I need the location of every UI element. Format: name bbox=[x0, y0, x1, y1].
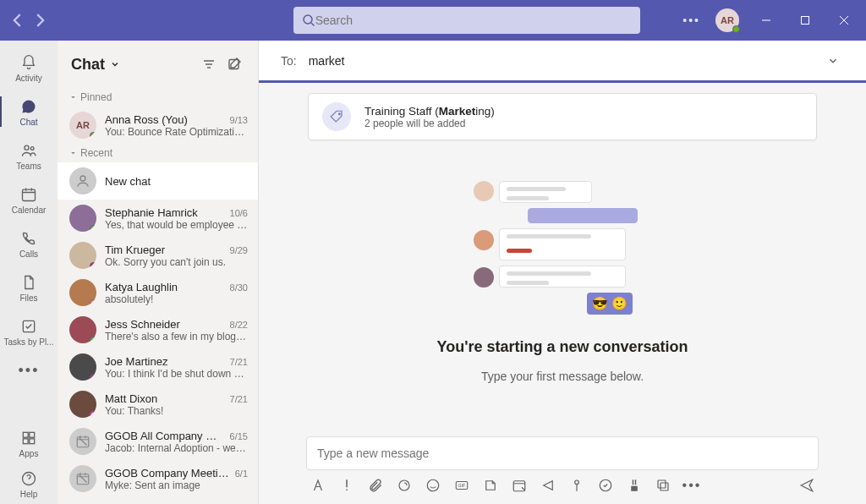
title-bar: ••• AR bbox=[0, 0, 866, 41]
suggestion-title: Training Staff (Marketing) bbox=[364, 105, 495, 118]
svg-rect-25 bbox=[660, 483, 668, 490]
window-close-button[interactable] bbox=[832, 8, 856, 32]
chevron-down-icon bbox=[110, 59, 120, 69]
expand-recipients-button[interactable] bbox=[822, 50, 844, 72]
loop-button[interactable] bbox=[396, 477, 413, 494]
chat-row[interactable]: Jess Schneider 8/22 There's also a few i… bbox=[58, 311, 258, 348]
chat-row-name: Anna Ross (You) bbox=[105, 113, 188, 126]
chat-row-preview: You: Thanks! bbox=[105, 405, 248, 417]
rail-chat[interactable]: Chat bbox=[0, 90, 58, 134]
suggestion-card[interactable]: Training Staff (Marketing) 2 people will… bbox=[308, 93, 817, 140]
chat-row[interactable]: Tim Krueger 9/29 Ok. Sorry you can't joi… bbox=[58, 237, 258, 274]
svg-rect-9 bbox=[30, 438, 35, 443]
chat-row[interactable]: Stephanie Hamrick 10/6 Yes, that would b… bbox=[58, 200, 258, 237]
chat-row-name: Jess Schneider bbox=[105, 318, 180, 331]
window-minimize-button[interactable] bbox=[754, 8, 778, 32]
gif-button[interactable]: GIF bbox=[453, 477, 470, 494]
phone-icon bbox=[19, 229, 38, 248]
compose-toolbar: GIF ••• bbox=[306, 470, 819, 494]
meeting-icon bbox=[69, 428, 96, 455]
chat-row-timestamp: 9/13 bbox=[230, 115, 248, 125]
stream-button[interactable] bbox=[540, 477, 556, 494]
send-button[interactable] bbox=[798, 477, 815, 494]
chat-row-timestamp: 9/29 bbox=[230, 245, 248, 255]
calendar-icon bbox=[19, 185, 38, 204]
recipient-input[interactable] bbox=[309, 54, 810, 68]
viva-button[interactable] bbox=[597, 477, 614, 494]
chat-row-new-chat[interactable]: New chat bbox=[58, 162, 258, 200]
rail-label: Chat bbox=[19, 118, 37, 127]
svg-rect-22 bbox=[513, 481, 525, 491]
format-button[interactable] bbox=[310, 477, 326, 494]
recipient-bar: To: bbox=[259, 41, 866, 83]
search-input[interactable] bbox=[315, 14, 632, 27]
new-chat-button[interactable] bbox=[224, 54, 244, 74]
chat-row[interactable]: GGOB Company Meeting 6/1 Myke: Sent an i… bbox=[58, 460, 258, 497]
attach-button[interactable] bbox=[367, 477, 384, 494]
chat-row-preview: You: Bounce Rate Optimization_Tr... bbox=[105, 126, 248, 138]
emoji-button[interactable] bbox=[425, 477, 441, 494]
rail-help[interactable]: Help bbox=[0, 463, 58, 504]
compose-input[interactable] bbox=[317, 446, 808, 460]
rail-label: Help bbox=[20, 490, 38, 499]
presence-icon bbox=[90, 299, 96, 306]
section-label: Recent bbox=[80, 147, 112, 159]
priority-button[interactable] bbox=[338, 477, 355, 494]
avatar bbox=[69, 205, 96, 232]
rail-files[interactable]: Files bbox=[0, 266, 58, 310]
more-options-button[interactable]: ••• bbox=[682, 14, 700, 27]
praise-button[interactable] bbox=[626, 477, 643, 494]
recent-section-toggle[interactable]: Recent bbox=[58, 144, 258, 162]
rail-calls[interactable]: Calls bbox=[0, 222, 58, 266]
rail-activity[interactable]: Activity bbox=[0, 46, 58, 90]
chat-row[interactable]: Matt Dixon 7/21 You: Thanks! bbox=[58, 386, 258, 423]
search-box[interactable] bbox=[293, 7, 640, 34]
chat-row[interactable]: AR Anna Ross (You) 9/13 You: Bounce Rate… bbox=[58, 107, 258, 144]
chat-row-timestamp: 6/15 bbox=[230, 431, 248, 441]
chat-row-preview: absolutely! bbox=[105, 293, 248, 305]
chat-list-title[interactable]: Chat bbox=[71, 56, 120, 74]
compose-box[interactable] bbox=[306, 436, 819, 470]
chat-row-name: Joe Martinez bbox=[105, 355, 167, 368]
schedule-button[interactable] bbox=[511, 477, 528, 494]
svg-rect-8 bbox=[23, 438, 28, 443]
rail-label: Calls bbox=[19, 249, 38, 259]
chat-row[interactable]: GGOB All Company Meeti... 6/15 Jacob: In… bbox=[58, 423, 258, 460]
avatar: AR bbox=[69, 112, 96, 139]
svg-point-19 bbox=[427, 479, 439, 491]
presence-icon bbox=[90, 132, 96, 139]
copy-button[interactable] bbox=[655, 477, 671, 494]
avatar bbox=[69, 316, 96, 343]
tag-icon bbox=[322, 102, 351, 131]
chat-row-preview: Myke: Sent an image bbox=[105, 479, 248, 491]
compose-more-button[interactable]: ••• bbox=[683, 477, 700, 494]
rail-label: Apps bbox=[19, 449, 39, 458]
chat-icon bbox=[19, 97, 38, 116]
back-button[interactable] bbox=[8, 11, 27, 30]
section-label: Pinned bbox=[80, 91, 112, 103]
rail-teams[interactable]: Teams bbox=[0, 134, 58, 178]
avatar bbox=[69, 279, 96, 306]
pinned-section-toggle[interactable]: Pinned bbox=[58, 88, 258, 107]
chat-row-name: New chat bbox=[105, 175, 151, 188]
chat-row-timestamp: 6/1 bbox=[235, 468, 248, 479]
person-icon bbox=[69, 167, 96, 194]
forward-button[interactable] bbox=[30, 11, 49, 30]
rail-calendar[interactable]: Calendar bbox=[0, 178, 58, 222]
search-icon bbox=[302, 14, 315, 27]
rail-tasks[interactable]: Tasks by Pl... bbox=[0, 310, 58, 353]
tasks-icon bbox=[19, 317, 38, 336]
window-maximize-button[interactable] bbox=[793, 8, 817, 32]
rail-apps[interactable]: Apps bbox=[0, 423, 58, 463]
sticker-button[interactable] bbox=[482, 477, 499, 494]
chat-row[interactable]: Joe Martinez 7/21 You: I think I'd be sh… bbox=[58, 348, 258, 386]
approval-button[interactable] bbox=[568, 477, 585, 494]
presence-icon bbox=[90, 411, 96, 418]
rail-overflow-button[interactable]: ••• bbox=[19, 353, 40, 387]
filter-button[interactable] bbox=[199, 54, 219, 74]
presence-icon bbox=[90, 225, 96, 232]
chat-row[interactable]: Katya Laughlin 8/30 absolutely! bbox=[58, 274, 258, 311]
svg-point-3 bbox=[30, 146, 34, 150]
chat-row-preview: You: I think I'd be shut down befo... bbox=[105, 368, 248, 380]
current-user-avatar[interactable]: AR bbox=[715, 8, 739, 32]
